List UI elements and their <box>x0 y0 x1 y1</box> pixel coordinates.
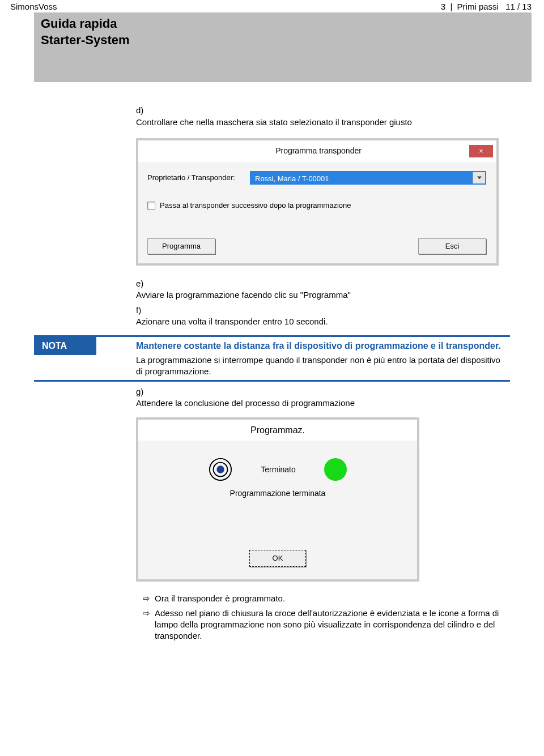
step-d-label: d) <box>136 105 148 116</box>
step-f-text: Azionare una volta il transponder entro … <box>136 316 495 327</box>
close-icon: × <box>479 146 483 156</box>
nota-label: NOTA <box>34 337 96 355</box>
chevron-down-icon <box>477 176 482 180</box>
status-row: Terminato <box>150 458 406 481</box>
result-list: ⇨ Ora il transponder è programmato. ⇨ Ad… <box>136 593 510 642</box>
owner-transponder-row: Proprietario / Transponder: Rossi, Maria… <box>147 171 486 185</box>
step-d-text: Controllare che nella maschera sia stato… <box>136 117 495 128</box>
result-arrow-icon: ⇨ <box>143 608 150 642</box>
page-location: 3 | Primi passi 11 / 13 <box>441 1 532 12</box>
step-g: g) Attendere la conclusione del processo… <box>136 386 510 409</box>
section-number: 3 <box>441 2 445 11</box>
program-transponder-dialog: Programma transponder × Proprietario / T… <box>136 138 499 266</box>
nota-box: NOTA Mantenere costante la distanza fra … <box>136 335 510 382</box>
dropdown-arrow[interactable] <box>473 172 485 183</box>
step-e-text: Avviare la programmazione facendo clic s… <box>136 289 495 301</box>
step-d: d) Controllare che nella maschera sia st… <box>136 105 510 128</box>
svg-marker-0 <box>477 177 482 180</box>
next-transponder-checkbox[interactable] <box>147 202 155 210</box>
doc-title-line1: Guida rapida <box>41 16 117 31</box>
brand-label: SimonsVoss <box>10 1 57 12</box>
transponder-icon <box>209 458 232 481</box>
nota-bottom-rule <box>34 380 510 382</box>
dialog2-title: Programmaz. <box>138 420 417 441</box>
owner-transponder-value: Rossi, Maria / T-00001 <box>251 172 473 183</box>
result-item-2: ⇨ Adesso nel piano di chiusura la croce … <box>136 608 510 642</box>
step-e: e) Avviare la programmazione facendo cli… <box>136 278 510 301</box>
result-1-text: Ora il transponder è programmato. <box>155 593 510 604</box>
close-button[interactable]: × <box>469 145 493 157</box>
program-button[interactable]: Programma <box>147 238 215 254</box>
owner-transponder-combo[interactable]: Rossi, Maria / T-00001 <box>250 171 486 185</box>
nota-bold-text: Mantenere costante la distanza fra il di… <box>136 340 505 352</box>
programming-status-dialog: Programmaz. Terminato Programmazione ter… <box>136 417 419 582</box>
next-transponder-checkbox-row: Passa al transponder successivo dopo la … <box>147 200 486 211</box>
dialog1-titlebar: Programma transponder × <box>138 140 496 162</box>
svg-point-3 <box>217 466 224 473</box>
step-e-label: e) <box>136 278 148 289</box>
dialog1-title: Programma transponder <box>168 146 469 156</box>
step-f-label: f) <box>136 305 148 316</box>
step-f: f) Azionare una volta il transponder ent… <box>136 305 510 328</box>
dialog1-button-row: Programma Esci <box>147 238 486 254</box>
result-2-text: Adesso nel piano di chiusura la croce de… <box>155 608 510 642</box>
ok-button-row: OK <box>150 550 406 567</box>
next-transponder-label: Passa al transponder successivo dopo la … <box>160 200 351 211</box>
result-item-1: ⇨ Ora il transponder è programmato. <box>136 593 510 604</box>
owner-transponder-label: Proprietario / Transponder: <box>147 173 241 183</box>
exit-button[interactable]: Esci <box>418 238 486 254</box>
separator: | <box>450 2 453 11</box>
result-arrow-icon: ⇨ <box>143 593 150 604</box>
step-g-label: g) <box>136 386 148 398</box>
step-g-text: Attendere la conclusione del processo di… <box>136 398 495 409</box>
page-header-row: SimonsVoss 3 | Primi passi 11 / 13 <box>0 0 544 12</box>
nota-sub-text: La programmazione si interrompe quando i… <box>136 354 505 378</box>
title-banner: Guida rapida Starter-System <box>34 12 532 82</box>
section-title: Primi passi <box>457 2 499 11</box>
status-text: Terminato <box>261 464 295 475</box>
doc-title-line2: Starter-System <box>41 33 130 47</box>
status-sub-text: Programmazione terminata <box>150 488 406 499</box>
ok-button[interactable]: OK <box>249 550 306 567</box>
status-indicator-green <box>324 458 347 481</box>
page-number: 11 / 13 <box>505 2 532 11</box>
